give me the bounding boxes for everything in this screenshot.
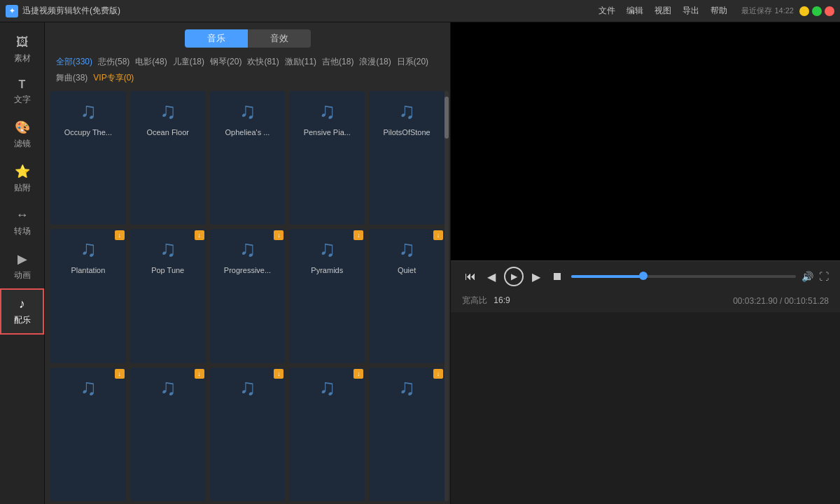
content-panel: 音乐 音效 全部(330) 悲伤(58) 电影(48) 儿童(18) 钢琴(20… (45, 22, 451, 504)
progress-fill (571, 275, 643, 278)
music-card-5[interactable]: ♫PilotsOfStone (369, 91, 444, 225)
filter-happy[interactable]: 欢快(81) (247, 55, 279, 69)
scrollbar-track[interactable] (444, 91, 449, 501)
sidebar-label-text: 文字 (14, 94, 31, 106)
music-card-9[interactable]: ♫Pyramids↓ (289, 229, 365, 363)
tab-music[interactable]: 音乐 (185, 29, 248, 48)
close-button[interactable] (825, 6, 834, 16)
sidebar-label-bgm: 配乐 (14, 314, 31, 326)
sidebar-item-transition[interactable]: ↔ 转场 (0, 201, 44, 244)
skip-back-button[interactable]: ⏮ (462, 269, 479, 284)
minimize-button[interactable] (799, 6, 809, 16)
filter-inspire[interactable]: 激励(11) (285, 55, 316, 69)
aspect-ratio: 宽高比 16:9 (462, 295, 510, 307)
tab-sfx[interactable]: 音效 (248, 29, 311, 48)
note-icon: ♫ (318, 98, 335, 124)
frame-forward-button[interactable]: ▶ (529, 269, 543, 285)
download-badge: ↓ (274, 369, 284, 379)
total-time: 00:10:51.28 (785, 296, 829, 306)
play-button[interactable]: ▶ (504, 267, 524, 286)
music-card-14[interactable]: ♫↓ (289, 368, 365, 501)
sidebar-item-text[interactable]: T 文字 (0, 71, 44, 113)
frame-back-button[interactable]: ◀ (484, 269, 498, 285)
card-title: Pensive Pia... (292, 128, 362, 136)
note-icon: ♫ (398, 374, 415, 400)
card-title: Pyramids (292, 266, 362, 274)
sidebar-item-material[interactable]: 🖼 素材 (0, 28, 44, 71)
filter-sad[interactable]: 悲伤(58) (98, 55, 130, 69)
filter-row: 全部(330) 悲伤(58) 电影(48) 儿童(18) 钢琴(20) 欢快(8… (45, 52, 450, 88)
sidebar-item-bgm[interactable]: ♪ 配乐 (0, 288, 44, 335)
current-time: 00:03:21.90 (733, 296, 777, 306)
note-icon: ♫ (160, 236, 176, 262)
sidebar-label-animation: 动画 (14, 270, 31, 281)
menu-edit[interactable]: 编辑 (626, 5, 643, 17)
music-card-11[interactable]: ♫↓ (50, 368, 126, 501)
menu-file[interactable]: 文件 (598, 5, 615, 17)
music-card-3[interactable]: ♫Opheliea's ... (210, 91, 286, 225)
volume-icon[interactable]: 🔊 (802, 271, 813, 282)
menu-export[interactable]: 导出 (682, 5, 699, 17)
card-title: Pop Tune (133, 266, 203, 274)
note-icon: ♫ (239, 374, 255, 400)
preview-panel: ⏮ ◀ ▶ ▶ ⏹ 🔊 ⛶ 宽高比 16:9 00:03:21.90 / 00:… (451, 22, 840, 504)
music-card-1[interactable]: ♫Occupy The... (50, 91, 126, 225)
sidebar-item-animation[interactable]: ▶ 动画 (0, 244, 44, 288)
card-title: Progressive... (213, 266, 283, 274)
music-card-10[interactable]: ♫Quiet↓ (369, 229, 444, 363)
video-preview (451, 22, 840, 260)
music-card-2[interactable]: ♫Ocean Floor (130, 91, 206, 225)
filter-child[interactable]: 儿童(18) (173, 55, 204, 69)
playback-controls: ⏮ ◀ ▶ ▶ ⏹ 🔊 ⛶ (451, 260, 840, 292)
note-icon: ♫ (239, 236, 255, 262)
filter-guitar[interactable]: 吉他(18) (322, 55, 354, 69)
sidebar-label-material: 素材 (14, 52, 31, 64)
filter-icon: 🎨 (15, 120, 30, 135)
music-card-12[interactable]: ♫↓ (130, 368, 206, 501)
menu-help[interactable]: 帮助 (710, 5, 727, 17)
music-card-4[interactable]: ♫Pensive Pia... (289, 91, 365, 225)
sidebar-label-transition: 转场 (14, 225, 31, 237)
card-title: PilotsOfStone (372, 128, 442, 136)
scrollbar-thumb[interactable] (444, 97, 449, 139)
maximize-button[interactable] (812, 6, 822, 16)
material-icon: 🖼 (16, 35, 29, 50)
download-badge: ↓ (195, 230, 204, 240)
filter-vip[interactable]: VIP专享(0) (93, 71, 134, 85)
music-grid-wrap: ♫Occupy The...♫Ocean Floor♫Opheliea's ..… (45, 88, 450, 504)
music-card-8[interactable]: ♫Progressive...↓ (210, 229, 286, 363)
time-separator: / (780, 296, 785, 306)
ratio-label: 宽高比 (462, 295, 487, 305)
filter-japanese[interactable]: 日系(20) (397, 55, 428, 69)
titlebar: ✦ 迅捷视频剪辑软件(免费版) 文件 编辑 视图 导出 帮助 最近保存 14:2… (0, 0, 840, 22)
text-icon: T (19, 78, 26, 91)
note-icon: ♫ (239, 98, 255, 124)
download-badge: ↓ (274, 230, 284, 240)
save-info: 最近保存 14:22 (741, 6, 794, 16)
sidebar-item-sticker[interactable]: ⭐ 贴附 (0, 157, 44, 201)
music-card-7[interactable]: ♫Pop Tune↓ (130, 229, 206, 363)
filter-all[interactable]: 全部(330) (56, 55, 92, 69)
card-title: Opheliea's ... (213, 128, 283, 136)
music-card-6[interactable]: ♫Plantation↓ (50, 229, 126, 363)
app-icon: ✦ (6, 5, 18, 18)
download-badge: ↓ (354, 230, 363, 240)
note-icon: ♫ (160, 374, 176, 400)
filter-movie[interactable]: 电影(48) (135, 55, 167, 69)
filter-piano[interactable]: 钢琴(20) (210, 55, 241, 69)
main-layout: 🖼 素材 T 文字 🎨 滤镜 ⭐ 贴附 ↔ 转场 ▶ 动画 ♪ 配乐 (0, 22, 840, 504)
menu-view[interactable]: 视图 (654, 5, 671, 17)
transition-icon: ↔ (16, 208, 29, 223)
sidebar-label-filter: 滤镜 (14, 138, 31, 150)
music-grid: ♫Occupy The...♫Ocean Floor♫Opheliea's ..… (50, 91, 444, 501)
skip-forward-button[interactable]: ⏹ (549, 269, 566, 284)
music-card-13[interactable]: ♫↓ (210, 368, 286, 501)
filter-romance[interactable]: 浪漫(18) (359, 55, 391, 69)
filter-dance[interactable]: 舞曲(38) (56, 71, 88, 85)
progress-bar[interactable] (571, 275, 796, 278)
music-card-15[interactable]: ♫↓ (369, 368, 444, 501)
note-icon: ♫ (80, 374, 97, 400)
fullscreen-icon[interactable]: ⛶ (819, 271, 829, 282)
sidebar-item-filter[interactable]: 🎨 滤镜 (0, 113, 44, 157)
progress-thumb[interactable] (639, 272, 648, 280)
